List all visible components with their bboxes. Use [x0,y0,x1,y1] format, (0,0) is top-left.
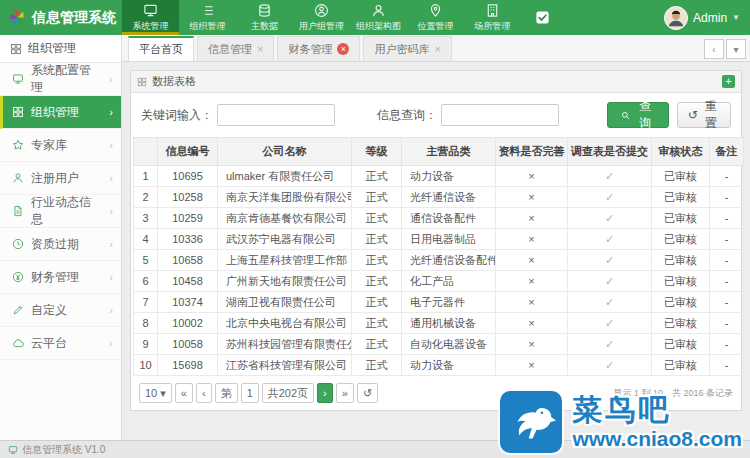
tab[interactable]: 信息管理× [197,36,274,61]
sidebar-item[interactable]: 组织管理› [0,96,121,129]
row-index: 3 [134,208,158,229]
tab[interactable]: 财务管理× [277,36,360,61]
grade: 正式 [352,208,402,229]
tab-close-icon[interactable]: × [434,43,440,55]
survey-submitted-mark: ✓ [568,313,652,334]
topnav-item[interactable]: 主数据 [236,0,293,35]
watermark-title: 菜鸟吧 [572,393,742,428]
data-complete-mark: × [496,271,568,292]
refresh-button[interactable]: ↺ [357,383,378,403]
topnav-app-icon-item[interactable] [521,0,563,35]
sidebar-item[interactable]: 系统配置管理› [0,63,121,96]
main-category: 动力设备 [402,355,496,376]
survey-submitted-mark: ✓ [568,292,652,313]
row-index: 2 [134,187,158,208]
table-icon [137,77,147,87]
table-row[interactable]: 910058苏州科技园管理有限责任公司正式自动化电器设备×✓已审核- [134,334,744,355]
tab-ops-button[interactable]: ▾ [726,39,746,59]
sidebar-item[interactable]: 资质过期› [0,228,121,261]
reset-button[interactable]: ↺ 重置 [677,102,731,128]
topnav-item-label: 位置管理 [418,20,454,33]
page-input[interactable]: 1 [241,383,259,403]
chevron-right-icon: › [109,337,113,349]
topnav-item[interactable]: 用户组管理 [293,0,350,35]
pencil-icon [12,304,24,316]
topnav-item[interactable]: 组织架构图 [350,0,407,35]
table-header-row: 信息编号公司名称等级主营品类资料是否完善调查表是否提交审核状态备注 [134,138,744,166]
tab[interactable]: 用户密码库× [363,36,451,61]
topnav-item-label: 场所管理 [475,20,511,33]
data-complete-mark: × [496,355,568,376]
table-row[interactable]: 110695ulmaker 有限责任公司正式动力设备×✓已审核- [134,166,744,187]
top-navbar: 信息管理系统 系统管理组织管理主数据用户组管理组织架构图位置管理场所管理 Adm… [0,0,750,35]
content-area: 数据表格 + 关键词输入： 信息查询： 查询 ↺ 重置 [122,62,750,440]
company-name: 江苏省科技管理有限公司 [218,355,352,376]
row-index: 5 [134,250,158,271]
table-row[interactable]: 1015698江苏省科技管理有限公司正式动力设备×✓已审核- [134,355,744,376]
main-area: 平台首页信息管理×财务管理×用户密码库× ‹ ▾ 数据表格 + 关键词输入： 信… [122,35,750,440]
data-complete-mark: × [496,334,568,355]
main-category: 电子元器件 [402,292,496,313]
table-row[interactable]: 510658上海五星科技管理工作部正式光纤通信设备配件×✓已审核- [134,250,744,271]
query-input[interactable] [441,104,559,126]
tab[interactable]: 平台首页 [128,36,194,61]
user-name: Admin [693,11,727,25]
column-header: 调查表是否提交 [568,138,652,166]
topnav-item[interactable]: 位置管理 [407,0,464,35]
table-row[interactable]: 310259南京肯德基餐饮有限公司正式通信设备配件×✓已审核- [134,208,744,229]
chevron-right-icon: › [109,106,113,118]
data-panel: 数据表格 + 关键词输入： 信息查询： 查询 ↺ 重置 [130,70,742,411]
user-circle-icon [314,3,329,18]
sidebar-item[interactable]: 行业动态信息› [0,195,121,228]
audit-status: 已审核 [652,250,710,271]
next-page-button[interactable]: › [317,383,333,403]
company-name: 南京肯德基餐饮有限公司 [218,208,352,229]
tab-close-badge[interactable]: × [337,43,349,55]
main-category: 通信设备配件 [402,208,496,229]
panel-collapse-button[interactable]: + [722,75,735,88]
logo-pinwheel-icon [8,8,27,27]
topnav-item[interactable]: 系统管理 [122,0,179,35]
first-page-button[interactable]: « [175,383,193,403]
grade: 正式 [352,292,402,313]
remark: - [710,187,744,208]
database-icon [257,3,272,18]
company-name: 北京中央电视台有限公司 [218,313,352,334]
table-row[interactable]: 710374湖南卫视有限责任公司正式电子元器件×✓已审核- [134,292,744,313]
info-id: 10695 [158,166,218,187]
chevron-right-icon: › [109,139,113,151]
main-category: 光纤通信设备配件 [402,250,496,271]
sidebar-menu: 系统配置管理›组织管理›专家库›注册用户›行业动态信息›资质过期›财务管理›自定… [0,63,121,360]
table-row[interactable]: 610458广州新天地有限责任公司正式化工产品×✓已审核- [134,271,744,292]
tab-close-icon[interactable]: × [257,43,263,55]
sidebar-item[interactable]: 云平台› [0,327,121,360]
sidebar-item[interactable]: 专家库› [0,129,121,162]
topnav-item[interactable]: 场所管理 [464,0,521,35]
table-row[interactable]: 210258南京天洋集团股份有限公司正式光纤通信设备×✓已审核- [134,187,744,208]
page-size-select[interactable]: 10 ▾ [139,383,172,403]
sidebar-item[interactable]: 注册用户› [0,162,121,195]
remark: - [710,166,744,187]
tab-scroll-left-button[interactable]: ‹ [704,39,724,59]
search-button[interactable]: 查询 [607,102,669,128]
sidebar-item[interactable]: 财务管理› [0,261,121,294]
row-index: 7 [134,292,158,313]
prev-page-button[interactable]: ‹ [196,383,212,403]
audit-status: 已审核 [652,229,710,250]
sidebar-item[interactable]: 自定义› [0,294,121,327]
grade: 正式 [352,187,402,208]
user-menu[interactable]: Admin ▼ [664,0,750,35]
sidebar-item-label: 资质过期 [31,236,79,253]
keyword-input[interactable] [217,104,335,126]
table-row[interactable]: 810002北京中央电视台有限公司正式通用机械设备×✓已审核- [134,313,744,334]
last-page-button[interactable]: » [336,383,354,403]
topnav-item-label: 主数据 [251,20,278,33]
chevron-right-icon: › [109,238,113,250]
audit-status: 已审核 [652,334,710,355]
grade: 正式 [352,229,402,250]
survey-submitted-mark: ✓ [568,208,652,229]
table-row[interactable]: 410336武汉苏宁电器有限公司正式日用电器制品×✓已审核- [134,229,744,250]
info-id: 10658 [158,250,218,271]
doc-icon [12,205,24,217]
topnav-item[interactable]: 组织管理 [179,0,236,35]
